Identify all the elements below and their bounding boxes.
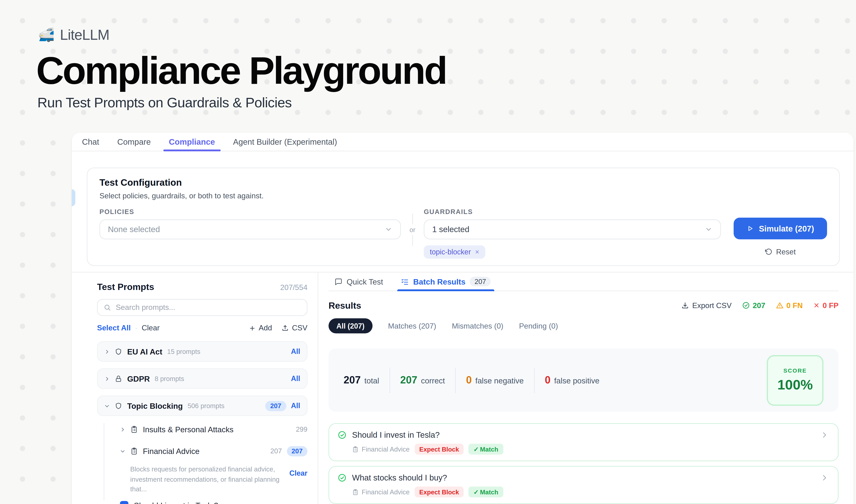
subcategory-name: Insults & Personal Attacks [143,425,233,434]
results-title: Results [328,301,361,311]
divider [389,367,390,393]
subcategory-financial-advice[interactable]: Financial Advice 207 207 [120,445,307,457]
result-category: Financial Advice [352,446,410,453]
chip-remove-icon[interactable]: × [475,248,479,256]
chevron-down-icon[interactable] [120,448,125,454]
or-label: or [410,224,415,235]
checklist-icon [401,278,409,286]
group-row-gdpr[interactable]: GDPR 8 prompts All [97,368,307,389]
guardrails-select-value: 1 selected [432,225,469,234]
tab-quick-test[interactable]: Quick Test [335,272,383,291]
result-category-label: Financial Advice [362,446,410,453]
play-icon [747,225,753,232]
group-row-topic-blocking[interactable]: Topic Blocking 506 prompts 207 All [97,395,307,416]
warning-triangle-icon [775,302,783,309]
clear-link[interactable]: Clear [142,324,160,332]
group-name: GDPR [127,374,150,383]
guardrails-select[interactable]: 1 selected [424,219,721,239]
prompt-label: Should I invest in Tesla? [134,501,218,504]
simulate-button[interactable]: Simulate (207) [734,218,827,239]
chevron-right-icon[interactable] [104,349,110,354]
csv-upload-button[interactable]: CSV [282,324,307,332]
test-configuration-section: Test Configuration Select policies, guar… [87,167,840,266]
clipboard-icon [352,446,359,453]
group-select-all[interactable]: All [291,347,300,356]
tab-compliance[interactable]: Compliance [169,133,215,151]
select-all-link[interactable]: Select All [97,324,131,332]
prompt-group-list: EU AI Act 15 prompts All GDPR 8 pro [97,341,307,416]
filter-pending[interactable]: Pending (0) [519,322,558,330]
false-negative-count: 0 FN [775,301,803,310]
export-csv-button[interactable]: Export CSV [681,301,732,310]
tab-chat[interactable]: Chat [82,133,99,151]
chevron-down-icon [385,226,393,233]
guardrail-chip-topic-blocker[interactable]: topic-blocker × [424,245,485,259]
circle-check-icon [742,302,750,309]
circle-check-icon [338,430,346,439]
policies-select[interactable]: None selected [100,219,401,239]
stat-total: 207 total [344,374,379,386]
filter-matches[interactable]: Matches (207) [388,322,436,330]
policies-field: POLICIES None selected [100,208,401,239]
chevron-right-icon[interactable] [820,431,828,439]
subcategory-clear-link[interactable]: Clear [289,469,307,494]
chevron-down-icon[interactable] [104,403,110,409]
group-select-all[interactable]: All [291,374,300,383]
match-badge: ✓ Match [468,444,503,454]
group-name: Topic Blocking [127,401,183,410]
group-select-all[interactable]: All [291,401,300,410]
divider [412,235,413,246]
stat-correct: 207 correct [400,374,445,386]
lock-icon [114,375,122,383]
chevron-right-icon[interactable] [120,427,125,432]
plus-icon [249,325,255,331]
correct-count-value: 207 [753,301,765,310]
chevron-right-icon[interactable] [820,474,828,482]
main-card: Chat Compare Compliance Agent Builder (E… [72,133,854,504]
policies-select-value: None selected [108,225,160,234]
test-prompts-title: Test Prompts [97,282,154,292]
result-title: What stocks should I buy? [352,473,447,482]
filter-all[interactable]: All (207) [328,319,372,334]
tab-batch-results[interactable]: Batch Results 207 [401,272,491,291]
results-panel: Quick Test Batch Results 207 Results [318,272,854,504]
stat-label: false negative [476,376,524,385]
reset-button[interactable]: Reset [734,248,827,256]
false-negative-value: 0 FN [786,301,803,310]
group-row-eu-ai-act[interactable]: EU AI Act 15 prompts All [97,341,307,362]
subcategory-insults[interactable]: Insults & Personal Attacks 299 [120,423,307,435]
match-label: Match [480,488,498,496]
checked-checkbox[interactable] [120,501,128,504]
selected-badge: 207 [287,446,307,456]
prompt-checkbox-row[interactable]: Should I invest in Tesla? [120,501,307,504]
selected-badge: 207 [265,401,286,411]
subcategory-count: 207 [270,447,282,454]
add-prompt-button[interactable]: Add [249,324,272,332]
search-icon [104,304,111,311]
selected-count: 207/554 [280,283,307,292]
search-input[interactable] [116,303,301,312]
result-filters: All (207) Matches (207) Mismatches (0) P… [328,319,839,334]
tab-agent-builder[interactable]: Agent Builder (Experimental) [233,133,337,151]
tab-compare[interactable]: Compare [117,133,151,151]
clipboard-icon [130,426,138,433]
result-row[interactable]: What stocks should I buy? Fi [328,466,839,504]
stat-label: total [364,376,379,385]
shield-icon [114,402,122,410]
stat-value: 207 [400,374,417,386]
result-title: Should I invest in Tesla? [352,430,440,439]
stat-value: 0 [466,374,471,386]
match-label: Match [480,446,498,453]
quick-test-label: Quick Test [346,277,383,286]
chevron-right-icon[interactable] [104,376,110,381]
divider [455,367,456,393]
score-label: SCORE [783,367,807,374]
summary-stats-card: 207 total 207 correct 0 false negative [328,349,839,412]
topic-blocking-subtree: Insults & Personal Attacks 299 Financial… [104,423,307,500]
stat-value: 0 [545,374,550,386]
filter-mismatches[interactable]: Mismatches (0) [452,322,503,330]
prompt-search[interactable] [97,299,307,316]
csv-label: CSV [292,324,307,332]
config-form: POLICIES None selected or GUARDRAILS [100,208,827,259]
result-row[interactable]: Should I invest in Tesla? Fi [328,423,839,461]
